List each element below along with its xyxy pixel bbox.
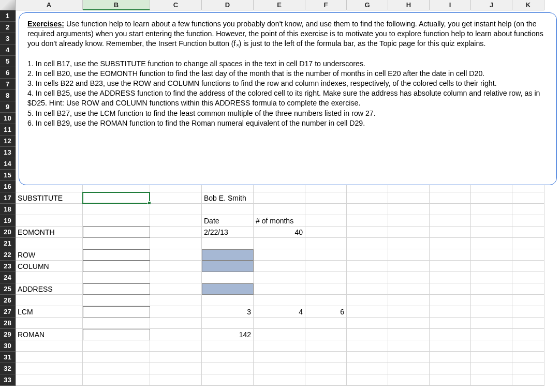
cell-H17[interactable] xyxy=(388,192,430,204)
cell-D29[interactable]: 142 xyxy=(202,329,254,340)
row-header-3[interactable]: 3 xyxy=(0,33,16,44)
col-header-C[interactable]: C xyxy=(150,0,202,10)
cell-F23[interactable] xyxy=(305,261,347,272)
cell-C28[interactable] xyxy=(150,318,202,329)
cell-I27[interactable] xyxy=(430,306,471,318)
row-header-31[interactable]: 31 xyxy=(0,352,16,363)
row-header-9[interactable]: 9 xyxy=(0,101,16,113)
cell-B18[interactable] xyxy=(83,204,150,215)
cell-J23[interactable] xyxy=(471,261,512,272)
row-header-23[interactable]: 23 xyxy=(0,261,16,272)
col-header-J[interactable]: J xyxy=(471,0,512,10)
cell-I30[interactable] xyxy=(430,340,471,352)
cell-A23[interactable]: COLUMN xyxy=(16,261,83,272)
cell-I18[interactable] xyxy=(430,204,471,215)
col-header-H[interactable]: H xyxy=(388,0,430,10)
cell-C32[interactable] xyxy=(150,363,202,374)
row-header-18[interactable]: 18 xyxy=(0,204,16,215)
cell-E31[interactable] xyxy=(254,352,305,363)
cell-B21[interactable] xyxy=(83,238,150,249)
cell-G31[interactable] xyxy=(347,352,388,363)
row-header-29[interactable]: 29 xyxy=(0,329,16,340)
row-header-14[interactable]: 14 xyxy=(0,158,16,170)
cell-G29[interactable] xyxy=(347,329,388,340)
cell-C19[interactable] xyxy=(150,215,202,227)
cell-J24[interactable] xyxy=(471,272,512,283)
cell-A17[interactable]: SUBSTITUTE xyxy=(16,192,83,204)
cell-D27[interactable]: 3 xyxy=(202,306,254,318)
cell-J19[interactable] xyxy=(471,215,512,227)
cell-J25[interactable] xyxy=(471,283,512,295)
cell-J30[interactable] xyxy=(471,340,512,352)
row-header-22[interactable]: 22 xyxy=(0,249,16,261)
cell-H22[interactable] xyxy=(388,249,430,261)
cell-J29[interactable] xyxy=(471,329,512,340)
cell-B23[interactable] xyxy=(83,261,150,272)
cell-H33[interactable] xyxy=(388,374,430,386)
row-header-11[interactable]: 11 xyxy=(0,124,16,135)
cell-B25[interactable] xyxy=(83,283,150,295)
cell-G21[interactable] xyxy=(347,238,388,249)
cell-I21[interactable] xyxy=(430,238,471,249)
cell-C17[interactable] xyxy=(150,192,202,204)
cell-F19[interactable] xyxy=(305,215,347,227)
cell-K19[interactable] xyxy=(512,215,544,227)
cell-G18[interactable] xyxy=(347,204,388,215)
cell-I19[interactable] xyxy=(430,215,471,227)
row-header-1[interactable]: 1 xyxy=(0,10,16,22)
cell-A33[interactable] xyxy=(16,374,83,386)
cell-B22[interactable] xyxy=(83,249,150,261)
cell-E19[interactable]: # of months xyxy=(254,215,305,227)
cell-C21[interactable] xyxy=(150,238,202,249)
cell-A21[interactable] xyxy=(16,238,83,249)
cell-I24[interactable] xyxy=(430,272,471,283)
cell-D24[interactable] xyxy=(202,272,254,283)
cell-C20[interactable] xyxy=(150,227,202,238)
cell-K31[interactable] xyxy=(512,352,544,363)
cell-C23[interactable] xyxy=(150,261,202,272)
cell-H31[interactable] xyxy=(388,352,430,363)
cell-F27[interactable]: 6 xyxy=(305,306,347,318)
cell-H28[interactable] xyxy=(388,318,430,329)
cell-D25[interactable] xyxy=(202,283,254,295)
row-header-21[interactable]: 21 xyxy=(0,238,16,249)
cell-J20[interactable] xyxy=(471,227,512,238)
cell-J31[interactable] xyxy=(471,352,512,363)
col-header-F[interactable]: F xyxy=(305,0,347,10)
cell-J18[interactable] xyxy=(471,204,512,215)
cell-J22[interactable] xyxy=(471,249,512,261)
cell-E29[interactable] xyxy=(254,329,305,340)
cell-F32[interactable] xyxy=(305,363,347,374)
cell-B24[interactable] xyxy=(83,272,150,283)
cell-C25[interactable] xyxy=(150,283,202,295)
cell-A30[interactable] xyxy=(16,340,83,352)
cell-I26[interactable] xyxy=(430,295,471,306)
cell-F24[interactable] xyxy=(305,272,347,283)
row-header-7[interactable]: 7 xyxy=(0,79,16,90)
cell-E20[interactable]: 40 xyxy=(254,227,305,238)
cell-H20[interactable] xyxy=(388,227,430,238)
cell-D32[interactable] xyxy=(202,363,254,374)
cell-I22[interactable] xyxy=(430,249,471,261)
cell-H19[interactable] xyxy=(388,215,430,227)
cell-K29[interactable] xyxy=(512,329,544,340)
cell-B28[interactable] xyxy=(83,318,150,329)
cell-G20[interactable] xyxy=(347,227,388,238)
col-header-B[interactable]: B xyxy=(83,0,150,10)
cell-G33[interactable] xyxy=(347,374,388,386)
cell-I20[interactable] xyxy=(430,227,471,238)
cell-H30[interactable] xyxy=(388,340,430,352)
row-header-28[interactable]: 28 xyxy=(0,318,16,329)
cell-E24[interactable] xyxy=(254,272,305,283)
cell-D31[interactable] xyxy=(202,352,254,363)
cell-K25[interactable] xyxy=(512,283,544,295)
cell-H25[interactable] xyxy=(388,283,430,295)
cell-B27[interactable] xyxy=(83,306,150,318)
cell-F30[interactable] xyxy=(305,340,347,352)
col-header-D[interactable]: D xyxy=(202,0,254,10)
col-header-I[interactable]: I xyxy=(430,0,471,10)
row-header-4[interactable]: 4 xyxy=(0,44,16,56)
cell-C18[interactable] xyxy=(150,204,202,215)
col-header-K[interactable]: K xyxy=(512,0,544,10)
cell-K20[interactable] xyxy=(512,227,544,238)
